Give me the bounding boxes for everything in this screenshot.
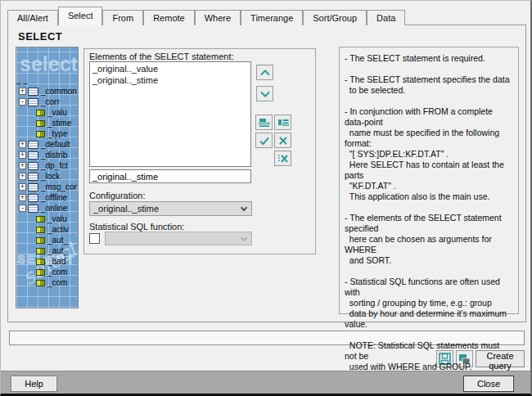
tree-item-label: _valu [47,214,67,223]
datapoint-leaf-icon [36,269,45,276]
statistical-sql-checkbox[interactable] [89,233,100,244]
tree-item--activ[interactable]: _activ [16,224,78,235]
tree-item-label: _activ [47,225,69,234]
datapoint-leaf-icon [36,131,45,137]
datapoint-leaf-icon [36,259,45,265]
move-down-button[interactable] [256,86,273,101]
append-element-button[interactable] [274,115,291,130]
expand-icon[interactable]: + [19,162,26,169]
tree-item-label: _aut_ [47,246,68,255]
branch-icon [28,173,38,181]
append-element-icon [277,118,289,128]
datapoint-leaf-icon [36,227,45,233]
tree-item-label: _online [41,204,67,213]
tree-item-label: _corr [41,97,60,106]
delete-all-button[interactable] [274,151,291,166]
tree-item-label: _distrib [41,151,67,160]
tree-item--aut-[interactable]: _aut_ [16,245,78,256]
help-text: - The SELECT statement is required. - Th… [345,53,513,372]
tree-item--default[interactable]: +_default [16,139,78,150]
tab-data[interactable]: Data [367,10,405,25]
tree-item--dp-fct[interactable]: +_dp_fct [16,160,78,171]
bottom-bar: Help Close [1,371,532,394]
expand-icon[interactable]: + [19,88,26,95]
tree-item-label: _aut_ [47,236,68,245]
tab-where[interactable]: Where [195,10,241,25]
delete-all-icon [277,154,289,164]
list-item[interactable]: _original.._stime [90,74,250,86]
tree-item--offline[interactable]: +_offline [16,192,78,203]
tree-item--valu[interactable]: _valu [16,214,78,224]
tree-item-label: _valu [47,108,67,117]
insert-element-button[interactable] [255,115,273,130]
expand-icon[interactable]: + [19,141,26,148]
tree-item--aut-[interactable]: _aut_ [16,235,78,245]
tree-item-label: _bad [47,257,65,266]
tab-sort-group[interactable]: Sort/Group [303,10,367,25]
delete-icon [277,136,289,146]
datapoint-leaf-icon [36,248,45,254]
tree-item-label: _offline [41,193,67,202]
tree-item-label: _ _ [16,80,28,84]
tree-item--corr[interactable]: -_corr [16,97,78,107]
page-title: SELECT [18,30,62,43]
tree-item-label: _com [47,278,67,287]
select-elements-listbox[interactable]: _original.._value_original.._stime [89,61,251,167]
tab-remote[interactable]: Remote [143,10,195,25]
expand-icon[interactable]: + [19,194,26,201]
elements-group: Elements of the SELECT statement: _origi… [83,48,316,254]
tree-rows: _ _+_common-_corr_valu_stime_type+_defau… [16,80,78,288]
tree-item--distrib[interactable]: +_distrib [16,150,78,160]
datapoint-tree[interactable]: select SELECT select _ _+_common-_corr_v… [16,47,79,308]
move-up-icon [259,68,271,78]
list-item[interactable]: _original.._value [90,63,250,74]
tab-bar: All/AlertSelectFromRemoteWhereTimerangeS… [7,7,405,25]
collapse-icon[interactable]: - [19,98,26,106]
elements-label: Elements of the SELECT statement: [89,52,234,61]
datapoint-leaf-icon [36,216,45,223]
move-down-icon [259,89,271,99]
tree-item--msg-cor[interactable]: +_msg_cor [16,182,78,192]
tree-item--lock[interactable]: +_lock [16,171,78,182]
tree-item--type[interactable]: _type [16,128,78,139]
chevron-down-icon [241,205,247,211]
datapoint-leaf-icon [36,280,45,286]
tree-item--valu[interactable]: _valu [16,107,78,118]
tree-watermark-top: select [20,52,79,76]
tab-all-alert[interactable]: All/Alert [7,10,58,25]
tree-item-label: _lock [41,172,60,181]
delete-button[interactable] [274,133,291,148]
tree-item-label: _com [47,268,67,277]
tree-item--stime[interactable]: _stime [16,118,78,128]
collapse-icon[interactable]: - [19,205,26,212]
tree-item--com[interactable]: _com [16,277,78,288]
tree-item-label: _msg_cor [41,182,77,191]
datapoint-leaf-icon [36,120,45,127]
tree-item-label: _stime [47,119,71,128]
close-button[interactable]: Close [463,376,514,392]
apply-icon [259,136,270,146]
move-up-button[interactable] [256,65,273,80]
apply-button[interactable] [255,133,273,148]
tree-item--common[interactable]: +_common [16,86,78,97]
tab-from[interactable]: From [102,10,143,25]
expand-icon[interactable]: + [19,173,26,180]
branch-icon [28,151,38,160]
tree-item--online[interactable]: -_online [16,203,78,214]
tree-item--com[interactable]: _com [16,267,78,277]
tree-item--bad[interactable]: _bad [16,256,78,267]
expand-icon[interactable]: + [19,183,26,191]
tab-select[interactable]: Select [58,7,103,25]
insert-element-icon [259,118,270,128]
configuration-value: _original.._stime [93,204,159,214]
tab-timerange[interactable]: Timerange [241,10,303,25]
branch-icon [28,205,38,213]
element-edit-input[interactable] [89,169,251,183]
configuration-combo[interactable]: _original.._stime [89,201,252,216]
expand-icon[interactable]: + [19,151,26,159]
help-button[interactable]: Help [11,376,57,392]
tree-item--[interactable]: _ _ [16,80,78,86]
tree-item-label: _common [41,87,77,96]
tree-item-label: _dp_fct [41,161,68,170]
branch-icon [28,141,38,149]
